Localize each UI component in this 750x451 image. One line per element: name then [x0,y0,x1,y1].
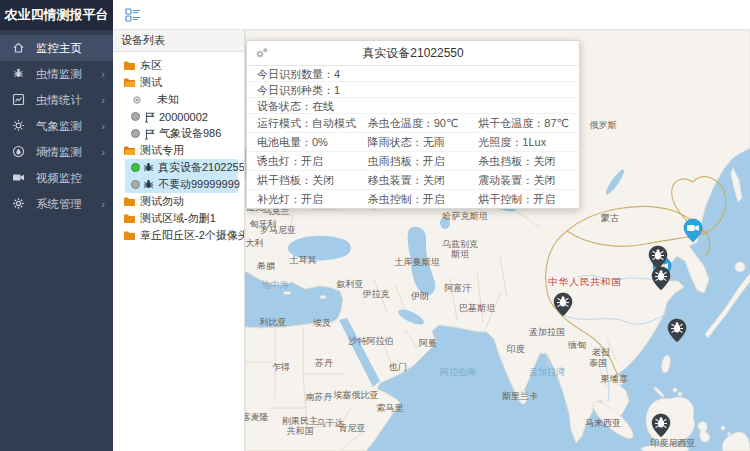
popup-grid-row-0: 运行模式：自动模式杀虫仓温度：90℃烘干仓温度：87℃ [247,114,579,133]
map-china-label: 中华人民共和国 [548,277,622,288]
folder-closed-icon [123,195,136,208]
sidebar-item-label: 气象监测 [36,119,101,134]
tree-item-label: 章丘阳丘区-2个摄像头 [140,228,245,243]
tree-item-dev-20000002[interactable]: 20000002 [113,108,244,125]
popup-header: 真实设备21022550 [247,41,579,66]
sidebar-item-system-management[interactable]: 系统管理› [0,191,113,217]
popup-grid-row-4: 补光灯：开启杀虫控制：开启烘干控制：开启 [247,190,579,208]
sidebar-item-label: 虫情统计 [36,93,101,108]
sidebar-item-insect-statistics[interactable]: 虫情统计› [0,87,113,113]
chevron-right-icon: › [101,146,105,158]
popup-cell-2-1: 虫雨挡板：开启 [358,152,469,170]
tree-item-label: 20000002 [159,111,208,123]
insect-device-marker[interactable] [651,266,671,291]
tree-item-zhangqiu[interactable]: 章丘阳丘区-2个摄像头 [113,227,244,244]
device-info-popup: 真实设备21022550 今日识别数量：4今日识别种类：1设备状态：在线运行模式… [246,40,580,209]
sidebar: 农业四情测报平台 监控主页虫情监测›虫情统计›气象监测›墒情监测›视频监控系统管… [0,0,113,451]
map-country-label: 罗马尼亚 [260,225,296,235]
insect-device-marker[interactable] [553,292,573,317]
sidebar-menu: 监控主页虫情监测›虫情统计›气象监测›墒情监测›视频监控系统管理› [0,30,113,217]
tree-item-real-device[interactable]: 真实设备21022550 [125,159,238,176]
chevron-right-icon: › [101,120,105,132]
map-country-label: 孟加拉国 [529,327,565,337]
tree-item-weather-986[interactable]: 气象设备986 [113,125,244,142]
popup-row-2: 设备状态：在线 [247,98,579,114]
tree-item-east-area[interactable]: 东区 [113,57,244,74]
station-icon [143,128,155,140]
insect-device-marker[interactable] [651,413,671,438]
tree-item-unknown[interactable]: 未知 [113,91,244,108]
app-window: 农业四情测报平台 监控主页虫情监测›虫情统计›气象监测›墒情监测›视频监控系统管… [0,0,750,451]
popup-cell-1-1: 降雨状态：无雨 [358,133,469,151]
map-country-label: 俄罗斯 [590,120,617,130]
insect-device-marker[interactable] [667,318,687,343]
tree-list-icon[interactable] [125,7,141,23]
sidebar-item-insect-monitoring[interactable]: 虫情监测› [0,61,113,87]
tree-item-test-no-move[interactable]: 测试勿动 [113,193,244,210]
bug-icon [143,179,154,190]
map-country-label: 哈萨克斯坦 [443,211,488,221]
bug-icon [12,67,26,81]
device-tree: 东区测试未知20000002气象设备986测试专用真实设备21022550不要动… [113,52,244,244]
sidebar-item-weather-monitoring[interactable]: 气象监测› [0,113,113,139]
map-country-label: 沙特阿拉伯 [349,336,394,346]
map-country-label: 希腊 [257,261,275,271]
tree-item-label: 气象设备986 [159,126,221,141]
map-country-label: 意大利 [245,238,264,248]
map-country-label: 乌兹别克 斯坦 [442,239,478,260]
popup-grid-row-2: 诱虫灯：开启虫雨挡板：开启杀虫挡板：关闭 [247,152,579,171]
sidebar-item-soil-monitoring[interactable]: 墒情监测› [0,139,113,165]
tree-item-test-special[interactable]: 测试专用 [113,142,244,159]
camera-device-marker[interactable] [683,218,703,243]
folder-closed-icon [123,59,136,72]
gear-icon [12,197,26,211]
popup-cell-3-2: 震动装置：关闭 [468,171,579,189]
device-panel-title: 设备列表 [113,30,244,52]
tree-item-test-region[interactable]: 测试区域-勿删1 [113,210,244,227]
status-dot-online [131,163,140,172]
popup-cell-0-2: 烘干仓温度：87℃ [468,114,579,132]
popup-cell-4-0: 补光灯：开启 [247,190,358,208]
popup-row-1: 今日识别种类：1 [247,82,579,98]
chart-icon [12,93,26,107]
map-water-label: 地中海 [262,280,289,290]
popup-cell-3-0: 烘干挡板：关闭 [247,171,358,189]
sidebar-item-video-surveillance[interactable]: 视频监控 [0,165,113,191]
sidebar-item-home[interactable]: 监控主页 [0,35,113,61]
bug-icon [143,162,154,173]
map-country-label: 老挝 [592,347,610,357]
map-country-label: 伊拉克 [363,289,390,299]
map-water-label: 阿拉伯海 [440,367,476,377]
tree-item-label: 测试 [140,75,162,90]
map-country-label: 伊朗 [411,291,429,301]
popup-cell-4-1: 杀虫控制：开启 [358,190,469,208]
folder-closed-icon [123,229,136,242]
popup-cell-3-1: 移虫装置：关闭 [358,171,469,189]
sidebar-item-label: 监控主页 [36,41,105,56]
map-country-label: 南苏丹 [306,392,333,402]
tree-item-test[interactable]: 测试 [113,74,244,91]
map-country-label: 阿富汗 [445,283,472,293]
app-title: 农业四情测报平台 [0,0,113,30]
tree-item-label: 真实设备21022550 [158,160,245,175]
folder-open-icon [123,76,136,89]
folder-closed-icon [123,212,136,225]
map-country-label: 土耳其 [290,255,317,265]
map-country-label: 利比亚 [260,317,287,327]
tree-item-label: 测试区域-勿删1 [140,211,216,226]
popup-cell-0-0: 运行模式：自动模式 [247,114,358,132]
moisture-icon [12,145,26,159]
map-country-label: 泰国 [589,358,607,368]
map-country-label: 苏丹 [315,358,333,368]
map-country-label: 印度 [507,344,525,354]
status-dot-offline [131,112,140,121]
popup-detail-rows: 今日识别数量：4今日识别种类：1设备状态：在线运行模式：自动模式杀虫仓温度：90… [247,66,579,208]
video-icon [12,171,26,185]
sun-icon [12,119,26,133]
map-country-label: 斯里兰卡 [502,391,538,401]
home-icon [12,41,26,55]
chevron-right-icon: › [101,198,105,210]
tree-item-dont-touch[interactable]: 不要动99999999 [125,176,238,193]
map-canvas[interactable]: 俄罗斯蒙古哈萨克斯坦乌克兰捷克匈牙利罗马尼亚意大利希腊土耳其叙利亚伊拉克伊朗土库… [245,30,750,451]
map-country-label: 缅甸 [568,340,586,350]
